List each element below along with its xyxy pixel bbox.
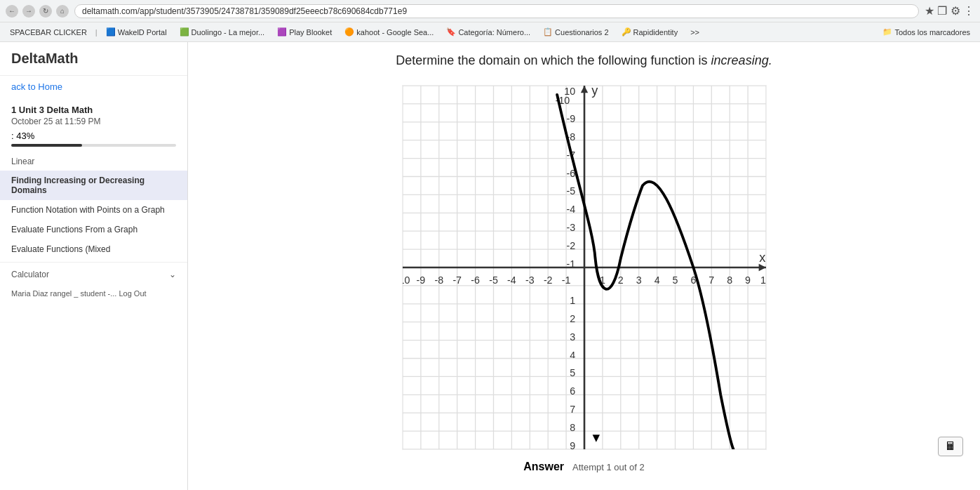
due-date: October 25 at 11:59 PM xyxy=(0,117,187,129)
bookmark-blooket-icon: 🟪 xyxy=(277,27,287,37)
svg-text:-3: -3 xyxy=(525,274,534,286)
bookmark-cuestionarios-icon: 📋 xyxy=(543,27,553,37)
sidebar: DeltaMath ack to Home 1 Unit 3 Delta Mat… xyxy=(0,42,188,490)
graph-container: x y -10 -9 -8 -7 -6 -5 -4 -3 -2 -1 1 2 3… xyxy=(205,79,963,455)
svg-marker-43 xyxy=(758,263,765,270)
svg-text:y: y xyxy=(591,85,598,98)
svg-text:8: 8 xyxy=(727,274,732,286)
svg-text:-2: -2 xyxy=(543,274,552,286)
svg-text:-5: -5 xyxy=(489,274,498,286)
url-bar[interactable]: deltamath.com/app/student/3573905/247387… xyxy=(74,4,919,18)
bookmark-spacebar-label: SPACEBAR CLICKER xyxy=(10,28,87,37)
sidebar-logo: DeltaMath xyxy=(0,42,187,76)
category-label: Linear xyxy=(0,152,187,171)
back-button[interactable]: ← xyxy=(6,5,18,18)
browser-actions: ★ ❐ ⚙ ⋮ xyxy=(925,4,974,18)
bookmark-categoria[interactable]: 🔖 Categoría: Número... xyxy=(442,26,535,38)
attempt-label: Attempt 1 out of 2 xyxy=(572,462,645,472)
assignment-title: 1 Unit 3 Delta Math xyxy=(0,98,187,117)
bookmark-wakeid-label: WakelD Portal xyxy=(118,28,167,37)
svg-text:10: 10 xyxy=(564,85,575,96)
svg-text:-1: -1 xyxy=(561,274,570,286)
main-layout: DeltaMath ack to Home 1 Unit 3 Delta Mat… xyxy=(0,42,980,490)
question-text: Determine the domain on which the follow… xyxy=(396,53,707,67)
bookmark-kahoot-label: kahoot - Google Sea... xyxy=(356,28,434,37)
svg-text:5: 5 xyxy=(672,274,678,286)
svg-text:-9: -9 xyxy=(416,274,425,286)
menu-item-function-notation[interactable]: Function Notation with Points on a Graph xyxy=(0,200,187,220)
svg-text:-6: -6 xyxy=(471,274,480,286)
svg-text:7: 7 xyxy=(570,404,575,415)
svg-text:4: 4 xyxy=(654,274,659,286)
menu-item-increasing-domains[interactable]: Finding Increasing or Decreasing Domains xyxy=(0,171,187,200)
sidebar-user: Maria Diaz rangel _ student -... Log Out xyxy=(0,284,187,303)
svg-text:-9: -9 xyxy=(566,112,575,124)
svg-text:7: 7 xyxy=(709,274,714,286)
bookmark-cuestionarios[interactable]: 📋 Cuestionarios 2 xyxy=(539,26,612,38)
sidebar-divider xyxy=(0,262,187,263)
bookmark-duolingo-label: Duolingo - La mejor... xyxy=(192,28,265,37)
svg-text:3: 3 xyxy=(570,331,575,342)
svg-text:-4: -4 xyxy=(507,274,516,286)
back-to-home-link[interactable]: ack to Home xyxy=(0,76,187,98)
bookmark-kahoot-icon: 🟠 xyxy=(344,27,354,37)
sidebar-calculator[interactable]: Calculator ⌄ xyxy=(0,265,187,284)
svg-text:-5: -5 xyxy=(566,185,575,197)
browser-bar: ← → ↻ ⌂ deltamath.com/app/student/357390… xyxy=(0,0,980,22)
bookmark-rapididentity-label: Rapididentity xyxy=(633,28,678,37)
menu-item-evaluate-from-graph[interactable]: Evaluate Functions From a Graph xyxy=(0,220,187,239)
progress-bar-background xyxy=(11,144,176,147)
content-area: Determine the domain on which the follow… xyxy=(188,42,980,490)
menu-item-evaluate-mixed[interactable]: Evaluate Functions (Mixed xyxy=(0,239,187,259)
bookmark-more[interactable]: >> xyxy=(686,27,704,38)
svg-text:-7: -7 xyxy=(452,274,462,286)
question-emphasis: increasing. xyxy=(711,53,772,67)
bookmark-todos-label: Todos los marcadores xyxy=(894,28,970,37)
answer-bar: Answer Attempt 1 out of 2 xyxy=(205,455,963,479)
svg-text:10: 10 xyxy=(760,274,767,286)
bookmark-todos[interactable]: 📁 Todos los marcadores xyxy=(878,26,974,38)
svg-text:6: 6 xyxy=(570,385,575,397)
bookmark-cuestionarios-label: Cuestionarios 2 xyxy=(555,28,608,37)
bookmark-blooket[interactable]: 🟪 Play Blooket xyxy=(273,26,336,38)
bookmarks-bar: SPACEBAR CLICKER | 🟦 WakelD Portal 🟩 Duo… xyxy=(0,22,980,42)
forward-button[interactable]: → xyxy=(22,5,35,18)
calculator-button[interactable]: 🖩 xyxy=(938,437,963,456)
question-title: Determine the domain on which the follow… xyxy=(205,53,963,68)
svg-text:-8: -8 xyxy=(434,274,443,286)
bookmark-rapididentity[interactable]: 🔑 Rapididentity xyxy=(617,26,683,38)
svg-text:4: 4 xyxy=(570,349,575,360)
bookmark-duolingo[interactable]: 🟩 Duolingo - La mejor... xyxy=(175,26,269,38)
bookmark-spacebar[interactable]: SPACEBAR CLICKER xyxy=(6,27,91,38)
svg-text:-2: -2 xyxy=(566,240,575,251)
svg-text:9: 9 xyxy=(570,440,575,450)
home-button[interactable]: ⌂ xyxy=(56,5,69,18)
bookmark-kahoot[interactable]: 🟠 kahoot - Google Sea... xyxy=(340,26,438,38)
bookmark-wakeid-icon: 🟦 xyxy=(106,27,116,37)
bookmark-categoria-icon: 🔖 xyxy=(446,27,456,37)
bookmark-todos-icon: 📁 xyxy=(882,27,892,37)
bookmark-categoria-label: Categoría: Número... xyxy=(458,28,530,37)
svg-text:-1: -1 xyxy=(566,258,575,270)
progress-section: : 43% xyxy=(0,129,187,152)
refresh-button[interactable]: ↻ xyxy=(39,5,52,18)
bookmark-wakeid[interactable]: 🟦 WakelD Portal xyxy=(102,26,171,38)
svg-text:-10: -10 xyxy=(402,274,410,286)
bookmark-blooket-label: Play Blooket xyxy=(289,28,332,37)
svg-text:8: 8 xyxy=(570,422,575,433)
bookmark-more-label: >> xyxy=(690,28,699,37)
svg-marker-45 xyxy=(580,86,587,93)
bookmark-rapididentity-icon: 🔑 xyxy=(622,27,631,37)
svg-text:3: 3 xyxy=(636,274,641,286)
browser-controls: ← → ↻ ⌂ xyxy=(6,5,69,18)
answer-label: Answer xyxy=(523,461,564,473)
calculator-label: Calculator xyxy=(11,270,49,279)
svg-text:2: 2 xyxy=(570,312,575,324)
progress-label: : 43% xyxy=(11,131,34,141)
progress-bar-fill xyxy=(11,144,82,147)
function-graph: x y -10 -9 -8 -7 -6 -5 -4 -3 -2 -1 1 2 3… xyxy=(402,85,767,450)
bookmark-duolingo-icon: 🟩 xyxy=(180,27,189,37)
calculator-chevron-icon: ⌄ xyxy=(169,270,176,279)
svg-text:9: 9 xyxy=(745,274,751,286)
svg-text:-4: -4 xyxy=(566,204,575,215)
